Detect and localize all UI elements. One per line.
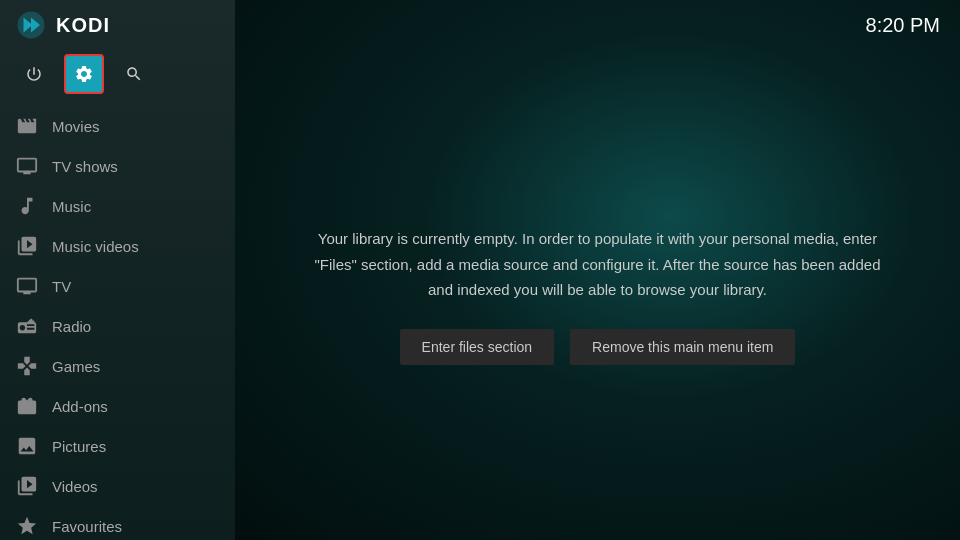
tv-label: TV — [52, 278, 71, 295]
remove-menu-item-button[interactable]: Remove this main menu item — [570, 329, 795, 365]
pictures-icon — [16, 435, 38, 457]
power-icon — [25, 65, 43, 83]
tvshows-label: TV shows — [52, 158, 118, 175]
kodi-logo-icon — [16, 10, 46, 40]
sidebar-item-radio[interactable]: Radio — [0, 306, 235, 346]
music-label: Music — [52, 198, 91, 215]
addons-label: Add-ons — [52, 398, 108, 415]
sidebar-item-addons[interactable]: Add-ons — [0, 386, 235, 426]
library-message: Your library is currently empty. In orde… — [308, 226, 888, 303]
games-label: Games — [52, 358, 100, 375]
movies-label: Movies — [52, 118, 100, 135]
action-buttons: Enter files section Remove this main men… — [400, 329, 796, 365]
sidebar-item-music[interactable]: Music — [0, 186, 235, 226]
tvshows-icon — [16, 155, 38, 177]
power-button[interactable] — [14, 54, 54, 94]
musicvideos-label: Music videos — [52, 238, 139, 255]
radio-label: Radio — [52, 318, 91, 335]
favourites-icon — [16, 515, 38, 537]
favourites-label: Favourites — [52, 518, 122, 535]
clock: 8:20 PM — [866, 14, 940, 37]
sidebar-item-games[interactable]: Games — [0, 346, 235, 386]
content-area: Your library is currently empty. In orde… — [235, 51, 960, 540]
search-button[interactable] — [114, 54, 154, 94]
sidebar-item-pictures[interactable]: Pictures — [0, 426, 235, 466]
enter-files-button[interactable]: Enter files section — [400, 329, 555, 365]
top-bar: 8:20 PM — [235, 0, 960, 51]
videos-label: Videos — [52, 478, 98, 495]
sidebar: KODI Movies — [0, 0, 235, 540]
sidebar-icons-row — [0, 50, 235, 102]
sidebar-nav: Movies TV shows Music Music videos TV — [0, 102, 235, 540]
sidebar-item-movies[interactable]: Movies — [0, 106, 235, 146]
search-icon — [125, 65, 143, 83]
main-content: 8:20 PM Your library is currently empty.… — [235, 0, 960, 540]
videos-icon — [16, 475, 38, 497]
musicvideos-icon — [16, 235, 38, 257]
settings-button[interactable] — [64, 54, 104, 94]
sidebar-item-favourites[interactable]: Favourites — [0, 506, 235, 540]
sidebar-header: KODI — [0, 0, 235, 50]
movies-icon — [16, 115, 38, 137]
pictures-label: Pictures — [52, 438, 106, 455]
radio-icon — [16, 315, 38, 337]
games-icon — [16, 355, 38, 377]
app-title: KODI — [56, 14, 110, 37]
addons-icon — [16, 395, 38, 417]
music-icon — [16, 195, 38, 217]
sidebar-item-tv[interactable]: TV — [0, 266, 235, 306]
sidebar-item-musicvideos[interactable]: Music videos — [0, 226, 235, 266]
tv-icon — [16, 275, 38, 297]
sidebar-item-tvshows[interactable]: TV shows — [0, 146, 235, 186]
settings-icon — [74, 64, 94, 84]
sidebar-item-videos[interactable]: Videos — [0, 466, 235, 506]
